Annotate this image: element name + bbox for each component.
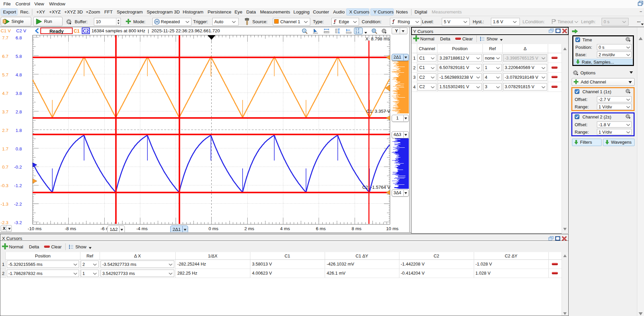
svg-text:-10 ms: -10 ms: [28, 226, 42, 231]
svg-text:1: 1: [3, 20, 5, 23]
svg-text:1.8: 1.8: [15, 128, 22, 133]
svg-text:2.8: 2.8: [15, 109, 22, 114]
svg-text:7.7: 7.7: [2, 35, 8, 40]
svg-text:C1: 3.357 V: C1: 3.357 V: [366, 109, 390, 114]
svg-text:10 ms: 10 ms: [386, 226, 399, 231]
svg-text:3.8: 3.8: [15, 91, 22, 96]
svg-text:4.7: 4.7: [2, 91, 8, 96]
svg-text:-0.3: -0.3: [1, 183, 8, 188]
svg-text:C2: -1.5764 V: C2: -1.5764 V: [362, 185, 390, 190]
svg-text:4.8: 4.8: [15, 72, 22, 77]
svg-text:2 ms: 2 ms: [244, 226, 254, 231]
svg-text:-1.2: -1.2: [14, 183, 22, 188]
svg-text:-2.3: -2.3: [1, 220, 8, 225]
svg-text:4 ms: 4 ms: [280, 226, 290, 231]
svg-text:-3.2: -3.2: [14, 220, 22, 225]
svg-text:-1.3: -1.3: [1, 202, 8, 207]
svg-text:X: 8.798 ms: X: 8.798 ms: [365, 36, 390, 41]
svg-text:6 ms: 6 ms: [316, 226, 326, 231]
svg-text:2.7: 2.7: [2, 128, 8, 133]
svg-text:-0.2: -0.2: [14, 165, 22, 170]
svg-text:1: 1: [303, 29, 305, 32]
svg-text:6.7: 6.7: [2, 54, 8, 59]
svg-text:0 ms: 0 ms: [209, 226, 219, 231]
svg-text:5.7: 5.7: [2, 72, 8, 77]
svg-text:-2.2: -2.2: [14, 202, 22, 207]
svg-text:6.8: 6.8: [15, 35, 22, 40]
svg-text:3.7: 3.7: [2, 109, 8, 114]
svg-text:0.8: 0.8: [15, 146, 22, 151]
svg-text:8 ms: 8 ms: [352, 226, 362, 231]
svg-text:1.7: 1.7: [2, 146, 8, 151]
svg-text:-8 ms: -8 ms: [65, 226, 76, 231]
svg-text:0.7: 0.7: [2, 165, 8, 170]
svg-text:5.8: 5.8: [15, 54, 22, 59]
svg-text:-4 ms: -4 ms: [136, 226, 148, 231]
